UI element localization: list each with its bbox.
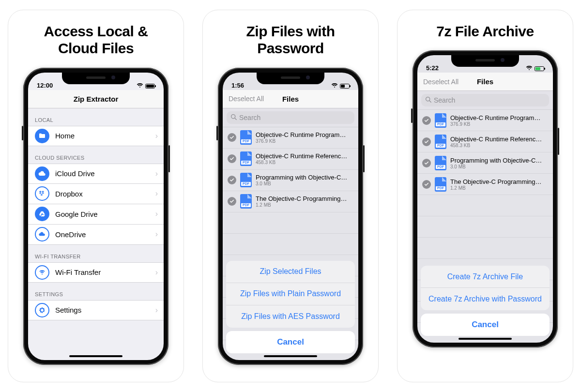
row-home[interactable]: Home › [28, 126, 164, 146]
status-time: 12:00 [37, 82, 53, 89]
battery-icon [535, 66, 544, 71]
check-icon[interactable] [228, 133, 236, 142]
search-bar: Search [417, 91, 553, 110]
check-icon[interactable] [228, 176, 236, 184]
check-icon[interactable] [422, 116, 431, 125]
zip-aes-password-button[interactable]: Zip Files with AES Password [226, 305, 355, 328]
file-row[interactable]: Programming with Objective-C.pdf 3.0 MB [223, 170, 358, 191]
zip-selected-button[interactable]: Zip Selected Files [226, 261, 355, 283]
screen: 5:22 Deselect All Files Search [417, 55, 553, 343]
home-indicator[interactable] [459, 338, 512, 340]
status-time: 1:56 [231, 82, 244, 89]
home-indicator[interactable] [264, 355, 317, 357]
cancel-button[interactable]: Cancel [226, 331, 355, 353]
notch [257, 73, 324, 84]
file-name: Objective-C Runtime Reference.pdf [450, 136, 542, 143]
action-sheet: Zip Selected Files Zip Files with Plain … [226, 261, 355, 353]
home-indicator[interactable] [69, 355, 122, 357]
chevron-right-icon: › [155, 306, 158, 315]
battery-icon [340, 84, 350, 89]
check-icon[interactable] [422, 137, 431, 146]
file-size: 1.2 MB [450, 185, 542, 191]
section-header-wifi: WI-FI TRANSFER [28, 245, 164, 262]
dropbox-icon [35, 186, 49, 201]
check-icon[interactable] [422, 180, 431, 189]
row-label: Wi-Fi Transfer [55, 268, 101, 276]
chevron-right-icon: › [155, 210, 158, 218]
file-name: Programming with Objective-C.pdf [450, 157, 542, 164]
section-header-cloud: CLOUD SERVICES [28, 146, 164, 164]
deselect-all-button[interactable]: Deselect All [423, 78, 459, 86]
create-7z-button[interactable]: Create 7z Archive File [421, 266, 550, 288]
search-input[interactable]: Search [421, 94, 549, 106]
device-frame: 1:56 Deselect All Files Search [218, 68, 363, 365]
row-onedrive[interactable]: OneDrive › [28, 225, 164, 245]
file-name: The Objective-C Programming Lan... [256, 195, 348, 202]
screen: 12:00 Zip Extractor LOCAL H [28, 73, 164, 360]
pdf-icon [240, 151, 252, 166]
file-size: 376.9 KB [450, 121, 542, 127]
status-time: 5:22 [426, 64, 439, 72]
search-bar: Search [223, 108, 358, 127]
file-row[interactable]: Objective-C Runtime Programmin... 376.9 … [417, 110, 553, 131]
battery-icon [145, 84, 155, 89]
file-name: Programming with Objective-C.pdf [256, 174, 348, 181]
chevron-right-icon: › [155, 230, 158, 239]
row-wifi-transfer[interactable]: Wi-Fi Transfer › [28, 262, 164, 283]
section-header-settings: SETTINGS [28, 283, 164, 300]
notch [451, 55, 519, 67]
check-icon[interactable] [422, 159, 431, 167]
row-gdrive[interactable]: Google Drive › [28, 204, 164, 225]
check-icon[interactable] [228, 154, 236, 163]
pdf-icon [435, 113, 446, 128]
device-frame: 12:00 Zip Extractor LOCAL H [23, 68, 168, 365]
nav-bar: Deselect All Files [223, 90, 358, 108]
search-placeholder: Search [434, 96, 455, 104]
row-icloud[interactable]: iCloud Drive › [28, 164, 164, 184]
file-row[interactable]: Objective-C Runtime Reference.pdf 458.3 … [417, 131, 553, 152]
pdf-icon [240, 173, 252, 187]
file-row[interactable]: The Objective-C Programming Lan... 1.2 M… [417, 174, 553, 195]
action-sheet: Create 7z Archive File Create 7z Archive… [421, 266, 550, 336]
create-7z-password-button[interactable]: Create 7z Archive with Password [421, 288, 550, 310]
file-row[interactable]: Objective-C Runtime Programmin... 376.9 … [223, 127, 358, 149]
cloud-icon [35, 166, 49, 181]
pdf-icon [435, 156, 446, 170]
file-size: 458.3 KB [450, 143, 542, 148]
file-name: Objective-C Runtime Programmin... [256, 131, 348, 138]
wifi-icon [526, 66, 533, 72]
cancel-button[interactable]: Cancel [421, 314, 550, 336]
settings-list[interactable]: LOCAL Home › CLOUD SERVICES iCloud Drive… [28, 108, 164, 360]
search-icon [230, 114, 237, 121]
deselect-all-button[interactable]: Deselect All [229, 95, 264, 103]
row-dropbox[interactable]: Dropbox › [28, 184, 164, 204]
row-label: Dropbox [55, 190, 83, 198]
zip-plain-password-button[interactable]: Zip Files with Plain Password [226, 283, 355, 305]
file-row[interactable]: The Objective-C Programming Lan... 1.2 M… [223, 191, 358, 212]
gdrive-icon [35, 207, 49, 221]
svg-line-4 [429, 101, 431, 102]
file-name: Objective-C Runtime Programmin... [450, 114, 542, 121]
file-size: 376.9 KB [256, 138, 348, 144]
file-row[interactable]: Objective-C Runtime Reference.pdf 458.3 … [223, 149, 358, 170]
section-header-local: LOCAL [28, 108, 164, 126]
pdf-icon [240, 194, 252, 209]
gear-icon [35, 303, 49, 317]
row-settings[interactable]: Settings › [28, 300, 164, 320]
check-icon[interactable] [228, 197, 236, 206]
pdf-icon [240, 130, 252, 145]
search-placeholder: Search [239, 114, 260, 121]
notch [62, 73, 130, 84]
nav-title: Files [477, 77, 493, 86]
search-input[interactable]: Search [227, 111, 354, 124]
file-row[interactable]: Programming with Objective-C.pdf 3.0 MB [417, 152, 553, 174]
file-size: 458.3 KB [256, 160, 348, 165]
row-label: Home [55, 132, 75, 140]
panel-zip-password: Zip Files with Password 1:56 Deselect Al… [202, 10, 379, 382]
pdf-icon [435, 177, 446, 192]
file-size: 3.0 MB [256, 181, 348, 186]
wifi-icon [137, 83, 143, 89]
file-name: Objective-C Runtime Reference.pdf [256, 152, 348, 160]
row-label: Google Drive [55, 210, 98, 218]
wifi-icon [331, 83, 338, 89]
